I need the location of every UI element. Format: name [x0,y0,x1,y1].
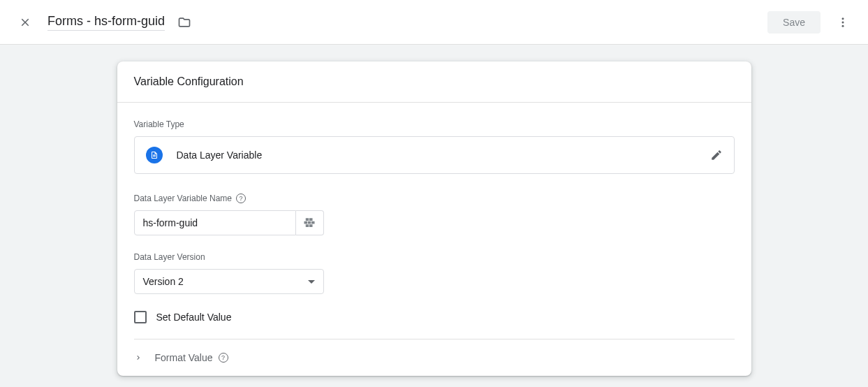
svg-rect-4 [308,221,311,224]
variable-type-selector[interactable]: Data Layer Variable [134,136,735,174]
variable-type-name: Data Layer Variable [177,149,710,161]
svg-rect-8 [306,224,309,227]
variable-config-card: Variable Configuration Variable Type Dat… [117,61,751,376]
svg-point-2 [842,24,844,27]
version-label: Data Layer Version [134,252,735,262]
svg-point-1 [842,21,844,23]
title-wrap: Forms - hs-form-guid [47,11,767,34]
format-value-label: Format Value ? [155,352,228,363]
default-value-label: Set Default Value [156,312,232,323]
card-header: Variable Configuration [117,61,751,103]
page-title[interactable]: Forms - hs-form-guid [47,14,165,31]
brick-icon [303,218,316,228]
var-name-label: Data Layer Variable Name ? [134,194,735,203]
default-value-checkbox[interactable] [134,311,147,323]
card-title: Variable Configuration [134,75,735,88]
pencil-icon [710,149,723,161]
data-layer-icon [146,147,163,163]
version-select[interactable]: Version 2 [134,269,324,294]
content-area: Variable Configuration Variable Type Dat… [0,45,868,387]
variable-picker-button[interactable] [296,210,324,235]
card-body: Variable Type Data Layer Variable Data L… [117,103,751,339]
version-value: Version 2 [143,276,184,287]
close-button[interactable] [11,8,39,36]
save-button[interactable]: Save [767,11,821,34]
svg-rect-7 [309,218,313,221]
more-vert-icon [837,16,849,29]
folder-icon [177,15,191,29]
var-name-input-group [134,210,735,235]
variable-type-label: Variable Type [134,119,735,129]
svg-rect-5 [311,221,315,224]
header-bar: Forms - hs-form-guid Save [0,0,868,45]
chevron-right-icon [134,353,142,362]
close-icon [19,16,31,29]
format-value-row[interactable]: Format Value ? [117,339,751,376]
more-menu-button[interactable] [829,8,857,36]
default-value-row: Set Default Value [134,311,735,339]
var-name-input[interactable] [134,210,296,235]
svg-rect-6 [306,218,309,221]
svg-rect-3 [304,221,308,224]
help-icon[interactable]: ? [219,353,228,363]
svg-point-0 [842,17,844,20]
version-select-wrap: Version 2 [134,269,324,294]
svg-rect-9 [309,224,313,227]
help-icon[interactable]: ? [236,194,246,203]
folder-button[interactable] [173,11,196,34]
header-actions: Save [767,8,857,36]
dropdown-arrow-icon [308,280,315,284]
